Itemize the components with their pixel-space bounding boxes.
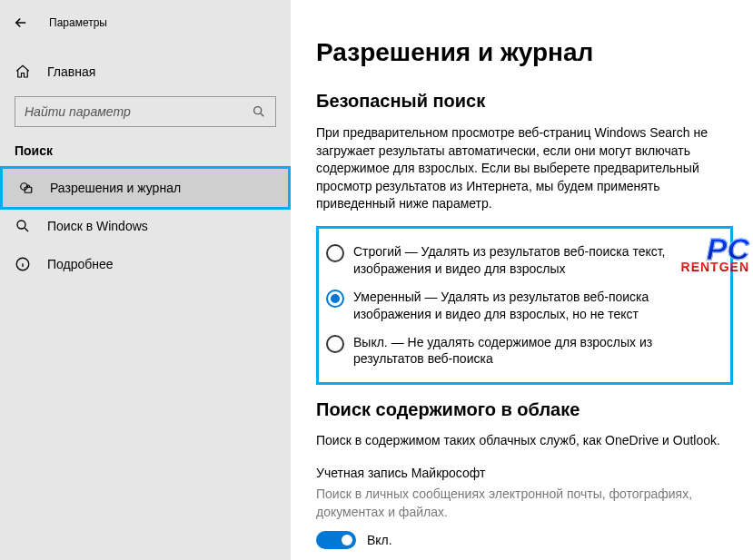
radio-label: Умеренный — Удалять из результатов веб-п…	[353, 289, 717, 323]
svg-point-3	[17, 221, 25, 229]
home-icon	[15, 64, 31, 80]
safesearch-desc: При предварительном просмотре веб-страни…	[316, 124, 716, 213]
search-input[interactable]	[25, 104, 252, 119]
sidebar-item-label: Подробнее	[47, 257, 114, 271]
radio-off[interactable]: Выкл. — Не удалять содержимое для взросл…	[324, 329, 725, 374]
titlebar: Параметры	[0, 7, 291, 40]
ms-account-toggle[interactable]	[316, 531, 356, 549]
search-icon	[252, 104, 266, 119]
permissions-icon	[17, 180, 34, 196]
sidebar-item-more[interactable]: Подробнее	[0, 245, 291, 283]
ms-account-note: Поиск в личных сообщениях электронной по…	[316, 486, 716, 521]
radio-label: Выкл. — Не удалять содержимое для взросл…	[353, 334, 717, 368]
radio-moderate[interactable]: Умеренный — Удалять из результатов веб-п…	[324, 283, 725, 329]
sidebar-item-permissions[interactable]: Разрешения и журнал	[0, 166, 291, 210]
info-icon	[15, 256, 31, 272]
cloud-desc: Поиск в содержимом таких облачных служб,…	[316, 433, 733, 447]
page-title: Разрешения и журнал	[316, 38, 733, 67]
ms-account-label: Учетная запись Майкрософт	[316, 466, 733, 480]
sidebar-section-label: Поиск	[0, 140, 291, 169]
back-button[interactable]	[13, 15, 29, 31]
safesearch-title: Безопасный поиск	[316, 91, 733, 112]
app-title: Параметры	[49, 16, 107, 29]
search-box[interactable]	[15, 96, 276, 127]
svg-point-0	[254, 107, 262, 114]
sidebar-home[interactable]: Главная	[0, 54, 291, 89]
ms-account-toggle-row: Вкл.	[316, 531, 733, 549]
radio-icon	[326, 244, 344, 262]
safesearch-options: Строгий — Удалять из результатов веб-пои…	[316, 226, 733, 385]
radio-icon	[326, 335, 344, 353]
sidebar-home-label: Главная	[47, 64, 95, 79]
search-icon	[15, 218, 31, 234]
sidebar: Параметры Главная Поиск Разрешения и жур…	[0, 0, 291, 560]
sidebar-item-label: Разрешения и журнал	[50, 181, 181, 195]
sidebar-item-windows-search[interactable]: Поиск в Windows	[0, 207, 291, 245]
cloud-title: Поиск содержимого в облаке	[316, 399, 733, 420]
sidebar-item-label: Поиск в Windows	[47, 219, 148, 233]
main-pane: Разрешения и журнал Безопасный поиск При…	[291, 0, 753, 560]
radio-strict[interactable]: Строгий — Удалять из результатов веб-пои…	[324, 238, 725, 283]
radio-icon	[326, 290, 344, 308]
toggle-label: Вкл.	[367, 533, 392, 547]
radio-label: Строгий — Удалять из результатов веб-пои…	[353, 243, 717, 278]
